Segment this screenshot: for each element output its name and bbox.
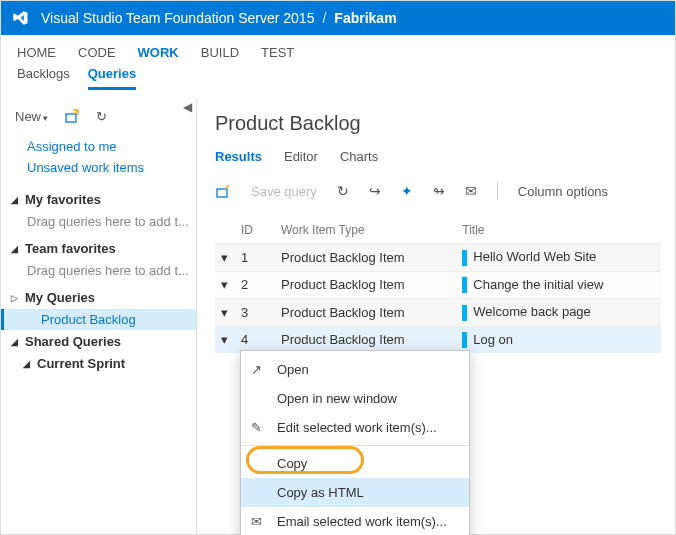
ctx-copy-as-html[interactable]: Copy as HTML — [241, 478, 469, 507]
expand-row-icon[interactable]: ▾ — [215, 326, 235, 353]
tree-item-product-backlog[interactable]: Product Backlog — [1, 309, 196, 330]
sub-nav: Backlogs Queries — [1, 66, 675, 98]
project-name[interactable]: Fabrikam — [334, 10, 396, 26]
refresh-toolbar-icon[interactable]: ↻ — [337, 183, 349, 199]
ctx-copy[interactable]: Copy — [241, 449, 469, 478]
link-assigned-to-me[interactable]: Assigned to me — [27, 136, 196, 157]
pencil-icon: ✎ — [251, 420, 262, 435]
nav-code[interactable]: CODE — [78, 45, 116, 60]
breadcrumb-separator: / — [322, 10, 326, 26]
save-query-button: Save query — [251, 184, 317, 199]
col-title[interactable]: Title — [456, 217, 661, 244]
refresh-icon[interactable]: ↻ — [96, 109, 107, 124]
svg-rect-0 — [66, 114, 76, 122]
table-row[interactable]: ▾ 2 Product Backlog Item Change the init… — [215, 271, 661, 299]
content-tabs: Results Editor Charts — [215, 149, 661, 168]
type-color-bar — [462, 277, 467, 293]
nav-home[interactable]: HOME — [17, 45, 56, 60]
results-grid: ID Work Item Type Title ▾ 1 Product Back… — [215, 217, 661, 353]
tree-shared-queries[interactable]: ◢Shared Queries — [1, 330, 196, 353]
ctx-edit-selected[interactable]: ✎Edit selected work item(s)... — [241, 413, 469, 442]
new-item-star-icon[interactable]: ✦ — [401, 183, 413, 199]
ctx-separator — [241, 445, 469, 446]
product-name: Visual Studio Team Foundation Server 201… — [41, 10, 314, 26]
tab-editor[interactable]: Editor — [284, 149, 318, 168]
tab-results[interactable]: Results — [215, 149, 262, 168]
table-row[interactable]: ▾ 1 Product Backlog Item Hello World Web… — [215, 244, 661, 272]
new-query-icon[interactable] — [64, 108, 80, 124]
nav-work[interactable]: WORK — [138, 45, 179, 60]
new-dropdown[interactable]: New▾ — [15, 109, 48, 124]
vs-logo-icon — [11, 8, 31, 28]
link-icon[interactable]: ↬ — [433, 183, 445, 199]
main-nav: HOME CODE WORK BUILD TEST — [1, 35, 675, 66]
ctx-email-selected[interactable]: ✉Email selected work item(s)... — [241, 507, 469, 535]
expand-row-icon[interactable]: ▾ — [215, 299, 235, 327]
type-color-bar — [462, 332, 467, 348]
type-color-bar — [462, 250, 467, 266]
type-color-bar — [462, 305, 467, 321]
query-toolbar: Save query ↻ ↪ ✦ ↬ ✉ Column options — [215, 178, 661, 211]
toolbar-divider — [497, 182, 498, 200]
table-row[interactable]: ▾ 3 Product Backlog Item Welcome back pa… — [215, 299, 661, 327]
context-menu: ↗Open Open in new window ✎Edit selected … — [240, 350, 470, 535]
subnav-backlogs[interactable]: Backlogs — [17, 66, 70, 90]
tree-team-favorites[interactable]: ◢Team favorites — [1, 237, 196, 260]
tab-charts[interactable]: Charts — [340, 149, 378, 168]
expand-row-icon[interactable]: ▾ — [215, 244, 235, 272]
sidebar-tree: ◢My favorites Drag queries here to add t… — [1, 188, 196, 374]
column-options-button[interactable]: Column options — [518, 184, 608, 199]
nav-test[interactable]: TEST — [261, 45, 294, 60]
tree-team-favorites-hint: Drag queries here to add t... — [1, 260, 196, 286]
nav-build[interactable]: BUILD — [201, 45, 239, 60]
open-icon: ↗ — [251, 362, 262, 377]
email-icon[interactable]: ✉ — [465, 183, 477, 199]
subnav-queries[interactable]: Queries — [88, 66, 136, 90]
page-title: Product Backlog — [215, 112, 661, 135]
new-query-toolbar-icon[interactable] — [215, 183, 231, 199]
tree-my-queries[interactable]: ▷My Queries — [1, 286, 196, 309]
col-id[interactable]: ID — [235, 217, 275, 244]
ctx-open[interactable]: ↗Open — [241, 355, 469, 384]
envelope-icon: ✉ — [251, 514, 262, 529]
tree-my-favorites-hint: Drag queries here to add t... — [1, 211, 196, 237]
redo-icon[interactable]: ↪ — [369, 183, 381, 199]
tree-my-favorites[interactable]: ◢My favorites — [1, 188, 196, 211]
ctx-open-new-window[interactable]: Open in new window — [241, 384, 469, 413]
expand-row-icon[interactable]: ▾ — [215, 271, 235, 299]
collapse-sidebar-icon[interactable]: ◀ — [183, 100, 192, 114]
tree-item-current-sprint[interactable]: ◢Current Sprint — [1, 353, 196, 374]
col-type[interactable]: Work Item Type — [275, 217, 456, 244]
link-unsaved-work-items[interactable]: Unsaved work items — [27, 157, 196, 178]
svg-rect-1 — [217, 189, 227, 197]
title-bar: Visual Studio Team Foundation Server 201… — [1, 1, 675, 35]
sidebar: ◀ New▾ ↻ Assigned to me Unsaved work ite… — [1, 98, 197, 535]
